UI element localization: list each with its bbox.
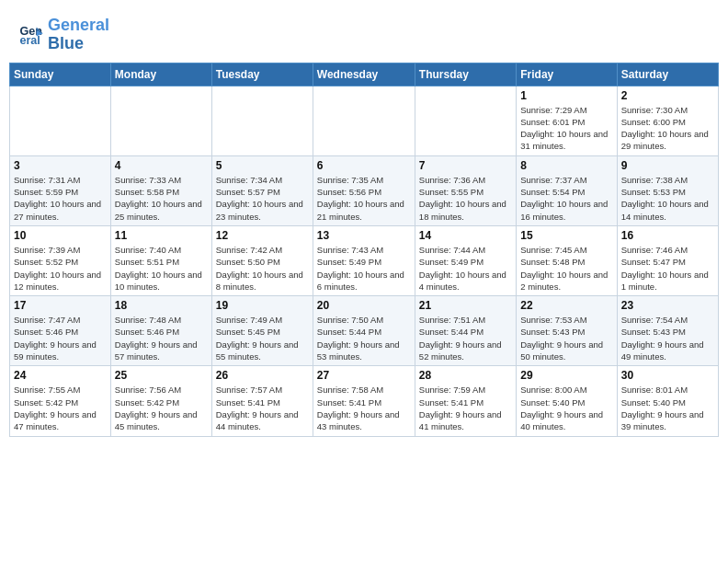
calendar-week-3: 10Sunrise: 7:39 AMSunset: 5:52 PMDayligh… [10,225,719,295]
calendar-cell: 13Sunrise: 7:43 AMSunset: 5:49 PMDayligh… [313,225,415,295]
calendar-cell: 5Sunrise: 7:34 AMSunset: 5:57 PMDaylight… [211,155,313,225]
calendar-cell: 29Sunrise: 8:00 AMSunset: 5:40 PMDayligh… [517,366,617,436]
day-number: 5 [216,159,309,172]
day-number: 22 [520,299,612,312]
calendar-cell [415,86,516,155]
calendar: SundayMondayTuesdayWednesdayThursdayFrid… [9,63,719,437]
day-info: Sunrise: 7:38 AMSunset: 5:53 PMDaylight:… [621,174,714,223]
day-info: Sunrise: 7:46 AMSunset: 5:47 PMDaylight:… [621,244,714,293]
day-info: Sunrise: 7:57 AMSunset: 5:41 PMDaylight:… [216,384,309,432]
calendar-cell: 8Sunrise: 7:37 AMSunset: 5:54 PMDaylight… [517,155,617,225]
day-info: Sunrise: 7:33 AMSunset: 5:58 PMDaylight:… [115,174,208,223]
day-info: Sunrise: 7:40 AMSunset: 5:51 PMDaylight:… [115,244,208,293]
day-number: 23 [621,299,714,312]
day-number: 26 [216,369,309,382]
calendar-cell: 28Sunrise: 7:59 AMSunset: 5:41 PMDayligh… [415,366,516,436]
weekday-header-saturday: Saturday [617,63,718,86]
calendar-cell: 7Sunrise: 7:36 AMSunset: 5:55 PMDaylight… [415,155,516,225]
day-info: Sunrise: 8:01 AMSunset: 5:40 PMDaylight:… [621,384,714,432]
day-number: 9 [621,159,714,172]
day-number: 21 [419,299,512,312]
logo-icon: Gen eral [18,22,44,48]
calendar-cell: 15Sunrise: 7:45 AMSunset: 5:48 PMDayligh… [517,225,617,295]
day-number: 16 [621,229,714,242]
calendar-week-1: 1Sunrise: 7:29 AMSunset: 6:01 PMDaylight… [10,86,719,155]
day-number: 2 [621,89,714,102]
day-number: 24 [14,369,107,382]
day-info: Sunrise: 7:56 AMSunset: 5:42 PMDaylight:… [115,384,208,432]
day-info: Sunrise: 7:42 AMSunset: 5:50 PMDaylight:… [216,244,309,293]
day-number: 17 [14,299,107,312]
calendar-cell: 14Sunrise: 7:44 AMSunset: 5:49 PMDayligh… [415,225,516,295]
calendar-cell [211,86,313,155]
day-number: 3 [14,159,107,172]
day-number: 6 [317,159,411,172]
calendar-cell: 22Sunrise: 7:53 AMSunset: 5:43 PMDayligh… [517,296,617,366]
calendar-cell: 27Sunrise: 7:58 AMSunset: 5:41 PMDayligh… [313,366,415,436]
day-number: 1 [520,89,612,102]
day-info: Sunrise: 7:48 AMSunset: 5:46 PMDaylight:… [115,314,208,362]
day-info: Sunrise: 7:55 AMSunset: 5:42 PMDaylight:… [14,384,107,432]
day-info: Sunrise: 7:51 AMSunset: 5:44 PMDaylight:… [419,314,512,362]
day-number: 11 [115,229,208,242]
day-number: 29 [520,369,612,382]
day-number: 15 [520,229,612,242]
day-info: Sunrise: 7:36 AMSunset: 5:55 PMDaylight:… [419,174,512,223]
calendar-cell: 16Sunrise: 7:46 AMSunset: 5:47 PMDayligh… [617,225,718,295]
calendar-cell: 4Sunrise: 7:33 AMSunset: 5:58 PMDaylight… [110,155,211,225]
day-info: Sunrise: 7:47 AMSunset: 5:46 PMDaylight:… [14,314,107,362]
calendar-cell: 17Sunrise: 7:47 AMSunset: 5:46 PMDayligh… [10,296,111,366]
calendar-cell: 20Sunrise: 7:50 AMSunset: 5:44 PMDayligh… [313,296,415,366]
weekday-header-row: SundayMondayTuesdayWednesdayThursdayFrid… [10,63,719,86]
day-info: Sunrise: 7:37 AMSunset: 5:54 PMDaylight:… [520,174,612,223]
day-number: 19 [216,299,309,312]
day-number: 8 [520,159,612,172]
calendar-week-2: 3Sunrise: 7:31 AMSunset: 5:59 PMDaylight… [10,155,719,225]
weekday-header-wednesday: Wednesday [313,63,415,86]
day-info: Sunrise: 7:29 AMSunset: 6:01 PMDaylight:… [520,104,612,153]
day-number: 25 [115,369,208,382]
calendar-cell: 3Sunrise: 7:31 AMSunset: 5:59 PMDaylight… [10,155,111,225]
day-info: Sunrise: 7:58 AMSunset: 5:41 PMDaylight:… [317,384,411,432]
calendar-cell: 18Sunrise: 7:48 AMSunset: 5:46 PMDayligh… [110,296,211,366]
calendar-week-5: 24Sunrise: 7:55 AMSunset: 5:42 PMDayligh… [10,366,719,436]
day-number: 10 [14,229,107,242]
day-number: 4 [115,159,208,172]
calendar-cell: 1Sunrise: 7:29 AMSunset: 6:01 PMDaylight… [517,86,617,155]
day-info: Sunrise: 7:50 AMSunset: 5:44 PMDaylight:… [317,314,411,362]
weekday-header-sunday: Sunday [10,63,111,86]
day-info: Sunrise: 7:39 AMSunset: 5:52 PMDaylight:… [14,244,107,293]
day-number: 20 [317,299,411,312]
day-number: 13 [317,229,411,242]
calendar-cell: 6Sunrise: 7:35 AMSunset: 5:56 PMDaylight… [313,155,415,225]
page-header: Gen eral General Blue [9,9,719,57]
day-number: 14 [419,229,512,242]
calendar-week-4: 17Sunrise: 7:47 AMSunset: 5:46 PMDayligh… [10,296,719,366]
calendar-cell: 11Sunrise: 7:40 AMSunset: 5:51 PMDayligh… [110,225,211,295]
calendar-cell: 25Sunrise: 7:56 AMSunset: 5:42 PMDayligh… [110,366,211,436]
calendar-cell: 23Sunrise: 7:54 AMSunset: 5:43 PMDayligh… [617,296,718,366]
weekday-header-monday: Monday [110,63,211,86]
day-info: Sunrise: 7:45 AMSunset: 5:48 PMDaylight:… [520,244,612,293]
day-info: Sunrise: 7:54 AMSunset: 5:43 PMDaylight:… [621,314,714,362]
day-info: Sunrise: 7:35 AMSunset: 5:56 PMDaylight:… [317,174,411,223]
day-number: 28 [419,369,512,382]
weekday-header-thursday: Thursday [415,63,516,86]
calendar-cell: 21Sunrise: 7:51 AMSunset: 5:44 PMDayligh… [415,296,516,366]
day-number: 30 [621,369,714,382]
day-info: Sunrise: 7:59 AMSunset: 5:41 PMDaylight:… [419,384,512,432]
day-number: 12 [216,229,309,242]
day-number: 27 [317,369,411,382]
logo: Gen eral General Blue [18,17,109,53]
calendar-cell: 24Sunrise: 7:55 AMSunset: 5:42 PMDayligh… [10,366,111,436]
calendar-cell: 9Sunrise: 7:38 AMSunset: 5:53 PMDaylight… [617,155,718,225]
day-info: Sunrise: 8:00 AMSunset: 5:40 PMDaylight:… [520,384,612,432]
day-info: Sunrise: 7:44 AMSunset: 5:49 PMDaylight:… [419,244,512,293]
calendar-cell: 10Sunrise: 7:39 AMSunset: 5:52 PMDayligh… [10,225,111,295]
day-number: 7 [419,159,512,172]
day-number: 18 [115,299,208,312]
calendar-cell [313,86,415,155]
calendar-cell: 30Sunrise: 8:01 AMSunset: 5:40 PMDayligh… [617,366,718,436]
logo-line2: Blue [48,35,109,53]
day-info: Sunrise: 7:31 AMSunset: 5:59 PMDaylight:… [14,174,107,223]
